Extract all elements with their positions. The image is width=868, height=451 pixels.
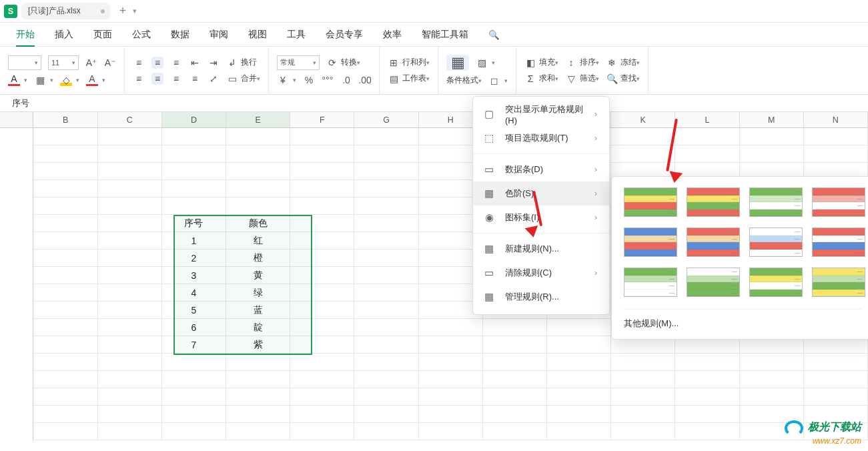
grid-cell[interactable] [290,406,354,423]
grid-cell[interactable] [547,371,611,388]
grid-cell[interactable] [419,423,483,440]
grid-cell[interactable] [98,180,162,197]
grid-cell[interactable] [611,406,675,423]
font-size-select[interactable]: 11▾ [48,55,79,70]
grid-cell[interactable] [419,406,483,423]
file-tab[interactable]: [只读]产品.xlsx [21,3,110,19]
grid-cell[interactable] [675,354,739,371]
grid-cell[interactable] [290,388,354,406]
borders-icon[interactable]: ▦ [34,74,46,86]
grid-cell[interactable] [33,197,97,215]
grid-cell[interactable]: 紫 [226,336,290,354]
increase-font-icon[interactable]: A⁺ [85,57,97,69]
align-middle-icon[interactable]: ≡ [151,57,163,69]
menu-manage-rules[interactable]: ▦ 管理规则(R)... [473,285,609,309]
grid-cell[interactable]: 4 [162,284,226,302]
grid-cell[interactable] [98,267,162,284]
grid-cell[interactable] [675,388,739,406]
grid-cell[interactable] [98,336,162,354]
grid-cell[interactable] [354,180,418,197]
grid-cell[interactable] [98,302,162,319]
col-header[interactable]: C [98,112,162,127]
col-header[interactable]: G [354,112,418,127]
menu-highlight-rules[interactable]: ▢ 突出显示单元格规则(H)› [473,102,609,126]
grid-cell[interactable] [290,284,354,302]
grid-cell[interactable] [290,302,354,319]
grid-cell[interactable] [483,406,547,423]
grid-cell[interactable] [483,354,547,371]
color-scale-thumb[interactable] [624,187,677,217]
grid-cell[interactable]: 黄 [226,267,290,284]
grid-cell[interactable]: 2 [162,250,226,267]
grid-cell[interactable]: 5 [162,302,226,319]
table-style-icon[interactable]: ▦ [446,55,469,71]
font-color-icon[interactable]: A [8,74,20,86]
grid-cell[interactable] [547,336,611,354]
grid-cell[interactable] [354,354,418,371]
grid-cell[interactable] [98,319,162,336]
color-scale-thumb[interactable] [812,228,865,257]
grid-cell[interactable] [162,388,226,406]
grid-cell[interactable] [740,354,804,371]
grid-cell[interactable] [162,145,226,163]
col-header[interactable]: N [804,112,868,127]
grid-cell[interactable]: 6 [162,319,226,336]
grid-cell[interactable] [611,354,675,371]
grid-cell[interactable] [740,128,804,145]
grid-cell[interactable] [162,371,226,388]
grid-cell[interactable] [290,232,354,250]
grid-cell[interactable] [290,250,354,267]
text-color-icon[interactable]: A [86,74,98,86]
grid-cell[interactable] [98,250,162,267]
grid-cell[interactable] [804,371,868,388]
filter-button[interactable]: ▽筛选▾ [565,73,599,85]
wrap-text-button[interactable]: ↲ 换行 [226,57,257,69]
menu-data-bars[interactable]: ▭ 数据条(D)› [473,157,609,181]
menu-page[interactable]: 页面 [93,29,112,41]
number-format-select[interactable]: 常规▾ [277,55,320,70]
grid-cell[interactable] [226,406,290,423]
grid-cell[interactable] [226,163,290,180]
grid-cell[interactable] [547,406,611,423]
grid-cell[interactable] [290,180,354,197]
tab-dropdown-icon[interactable]: ▾ [133,7,137,15]
color-scale-thumb[interactable] [624,228,677,257]
grid-cell[interactable] [98,354,162,371]
grid-cell[interactable] [162,354,226,371]
grid-cell[interactable] [290,336,354,354]
grid-cell[interactable] [290,267,354,284]
grid-cell[interactable] [33,388,97,406]
convert-button[interactable]: ⟳ 转换▾ [326,57,360,69]
align-right-icon[interactable]: ≡ [170,73,182,85]
search-icon[interactable]: 🔍 [488,29,500,40]
orientation-icon[interactable]: ⤢ [207,73,220,85]
grid-cell[interactable] [547,354,611,371]
grid-cell[interactable] [290,215,354,232]
menu-home[interactable]: 开始 [16,29,35,47]
grid-cell[interactable] [33,180,97,197]
grid-cell[interactable]: 橙 [226,250,290,267]
grid-cell[interactable] [419,354,483,371]
grid-cell[interactable]: 1 [162,232,226,250]
grid-cell[interactable] [33,336,97,354]
freeze-button[interactable]: ❄冻结▾ [606,57,640,69]
grid-cell[interactable] [354,145,418,163]
grid-cell[interactable] [98,388,162,406]
grid-cell[interactable] [483,423,547,440]
grid-cell[interactable] [419,319,483,336]
sort-button[interactable]: ↕排序▾ [565,57,599,69]
grid-cell[interactable] [162,406,226,423]
fill-color-icon[interactable]: ◇ [60,74,72,86]
grid-cell[interactable] [162,423,226,440]
grid-cell[interactable] [33,319,97,336]
col-header[interactable]: B [33,112,97,127]
align-bottom-icon[interactable]: ≡ [170,57,182,69]
grid-cell[interactable] [547,388,611,406]
grid-cell[interactable] [675,371,739,388]
grid-cell[interactable] [33,354,97,371]
grid-cell[interactable] [611,128,675,145]
grid-cell[interactable] [290,354,354,371]
grid-cell[interactable] [804,145,868,163]
grid-cell[interactable] [226,145,290,163]
grid-cell[interactable] [290,319,354,336]
